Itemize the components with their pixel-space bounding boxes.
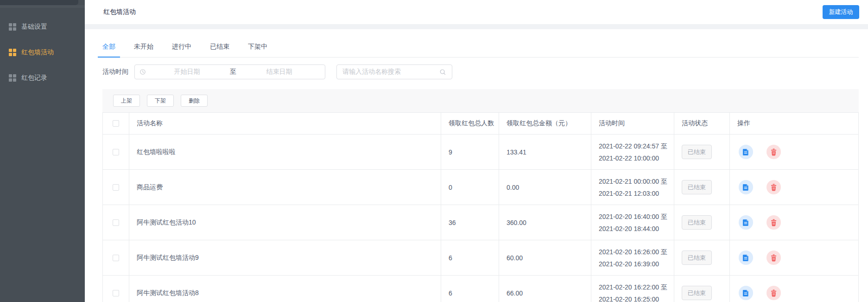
end-date-input[interactable]: 结束日期 bbox=[238, 68, 320, 76]
total-amount: 360.00 bbox=[499, 205, 591, 240]
search-input[interactable]: 请输入活动名称搜索 bbox=[336, 64, 452, 79]
delete-row-button[interactable] bbox=[767, 286, 781, 300]
total-people: 36 bbox=[441, 205, 499, 240]
header-activity-time: 活动时间 bbox=[591, 113, 674, 134]
status-badge: 已结束 bbox=[682, 215, 712, 230]
delete-row-button[interactable] bbox=[767, 251, 781, 265]
start-date-input[interactable]: 开始日期 bbox=[146, 68, 228, 76]
status-cell: 已结束 bbox=[674, 205, 730, 240]
delete-row-button[interactable] bbox=[767, 145, 781, 159]
tab-not-started[interactable]: 未开始 bbox=[134, 43, 153, 57]
search-icon[interactable] bbox=[439, 69, 446, 76]
activity-time: 2021-02-20 16:26:00 至 2021-02-20 16:39:0… bbox=[591, 240, 674, 275]
activity-name: 商品运费 bbox=[129, 170, 441, 205]
delete-row-button[interactable] bbox=[767, 215, 781, 230]
search-placeholder: 请输入活动名称搜索 bbox=[342, 68, 439, 76]
activity-time: 2021-02-21 00:00:00 至 2021-02-21 12:03:0… bbox=[591, 170, 674, 205]
status-cell: 已结束 bbox=[674, 276, 730, 302]
document-icon bbox=[742, 254, 749, 262]
document-icon bbox=[742, 289, 749, 297]
total-amount: 0.00 bbox=[499, 170, 591, 205]
view-detail-button[interactable] bbox=[739, 286, 753, 300]
select-all-checkbox[interactable] bbox=[113, 120, 119, 127]
on-shelf-button[interactable]: 上架 bbox=[113, 95, 140, 107]
activity-name: 阿牛测试红包墙活动9 bbox=[129, 240, 441, 275]
total-people: 6 bbox=[441, 276, 499, 302]
table-row: 红包墙啦啦啦 9 133.41 2021-02-22 09:24:57 至 20… bbox=[103, 135, 858, 170]
sidebar-item-basic-settings[interactable]: 基础设置 bbox=[0, 18, 85, 36]
view-detail-button[interactable] bbox=[739, 215, 753, 230]
row-checkbox-cell bbox=[103, 240, 129, 275]
delete-button[interactable]: 删除 bbox=[181, 95, 208, 107]
time-start: 2021-02-22 09:24:57 至 bbox=[599, 140, 667, 152]
grid-icon bbox=[9, 23, 16, 31]
status-badge: 已结束 bbox=[682, 180, 712, 194]
row-checkbox[interactable] bbox=[113, 255, 119, 261]
off-shelf-button[interactable]: 下架 bbox=[147, 95, 174, 107]
time-end: 2021-02-21 12:03:00 bbox=[599, 187, 659, 199]
row-checkbox-cell bbox=[103, 135, 129, 169]
trash-icon bbox=[770, 184, 777, 191]
sidebar-item-redpacket-wall[interactable]: 红包墙活动 bbox=[0, 43, 85, 62]
time-end: 2021-02-20 16:25:00 bbox=[599, 293, 659, 302]
header-operations: 操作 bbox=[730, 113, 858, 134]
trash-icon bbox=[770, 289, 777, 297]
view-detail-button[interactable] bbox=[739, 145, 753, 159]
table-row: 阿牛测试红包墙活动8 6 66.00 2021-02-20 16:22:00 至… bbox=[103, 276, 858, 302]
total-amount: 60.00 bbox=[499, 240, 591, 275]
bulk-action-bar: 上架 下架 删除 bbox=[102, 89, 859, 112]
status-cell: 已结束 bbox=[674, 135, 730, 169]
time-end: 2021-02-20 18:44:00 bbox=[599, 223, 659, 235]
tab-ended[interactable]: 已结束 bbox=[210, 43, 229, 57]
activity-time: 2021-02-22 09:24:57 至 2021-02-22 10:00:0… bbox=[591, 135, 674, 169]
view-detail-button[interactable] bbox=[739, 180, 753, 194]
row-checkbox[interactable] bbox=[113, 290, 119, 296]
view-detail-button[interactable] bbox=[739, 251, 753, 265]
trash-icon bbox=[770, 254, 777, 262]
total-people: 9 bbox=[441, 135, 499, 169]
status-cell: 已结束 bbox=[674, 170, 730, 205]
table-row: 阿牛测试红包墙活动9 6 60.00 2021-02-20 16:26:00 至… bbox=[103, 240, 858, 276]
time-start: 2021-02-20 16:26:00 至 bbox=[599, 246, 667, 258]
page-title: 红包墙活动 bbox=[103, 8, 136, 16]
sidebar-item-redpacket-records[interactable]: 红包记录 bbox=[0, 69, 85, 87]
operations-cell bbox=[730, 240, 858, 275]
activity-name: 红包墙啦啦啦 bbox=[129, 135, 441, 169]
row-checkbox-cell bbox=[103, 205, 129, 240]
operations-cell bbox=[730, 135, 858, 169]
tab-all[interactable]: 全部 bbox=[102, 43, 115, 57]
status-cell: 已结束 bbox=[674, 240, 730, 275]
header-total-people: 领取红包总人数 bbox=[441, 113, 499, 134]
document-icon bbox=[742, 148, 749, 156]
operations-cell bbox=[730, 205, 858, 240]
header-gap bbox=[85, 24, 868, 29]
new-activity-button[interactable]: 新建活动 bbox=[823, 5, 859, 19]
tab-in-progress[interactable]: 进行中 bbox=[172, 43, 191, 57]
table-row: 商品运费 0 0.00 2021-02-21 00:00:00 至 2021-0… bbox=[103, 170, 858, 205]
header-activity-name: 活动名称 bbox=[129, 113, 441, 134]
status-badge: 已结束 bbox=[682, 251, 712, 265]
activity-time: 2021-02-20 16:40:00 至 2021-02-20 18:44:0… bbox=[591, 205, 674, 240]
activity-time: 2021-02-20 16:22:00 至 2021-02-20 16:25:0… bbox=[591, 276, 674, 302]
trash-icon bbox=[770, 148, 777, 156]
header-activity-status: 活动状态 bbox=[674, 113, 730, 134]
time-end: 2021-02-22 10:00:00 bbox=[599, 152, 659, 164]
document-icon bbox=[742, 219, 749, 226]
delete-row-button[interactable] bbox=[767, 180, 781, 194]
table-header-row: 活动名称 领取红包总人数 领取红包总金额（元） 活动时间 活动状态 操作 bbox=[103, 113, 858, 135]
content-panel: 全部 未开始 进行中 已结束 下架中 活动时间 开始日期 至 结束日期 bbox=[85, 29, 868, 302]
tab-off-shelf[interactable]: 下架中 bbox=[248, 43, 267, 57]
sidebar-nav: 基础设置 红包墙活动 红包记录 bbox=[0, 8, 85, 87]
date-range-picker[interactable]: 开始日期 至 结束日期 bbox=[134, 64, 325, 79]
activity-time-label: 活动时间 bbox=[102, 68, 128, 76]
total-amount: 66.00 bbox=[499, 276, 591, 302]
row-checkbox[interactable] bbox=[113, 184, 119, 191]
sidebar-top-block bbox=[0, 0, 78, 5]
row-checkbox[interactable] bbox=[113, 149, 119, 155]
row-checkbox[interactable] bbox=[113, 219, 119, 226]
row-checkbox-cell bbox=[103, 170, 129, 205]
activities-table: 活动名称 领取红包总人数 领取红包总金额（元） 活动时间 活动状态 操作 红包墙… bbox=[102, 112, 859, 302]
status-badge: 已结束 bbox=[682, 286, 712, 300]
status-tabs: 全部 未开始 进行中 已结束 下架中 bbox=[102, 43, 859, 58]
status-badge: 已结束 bbox=[682, 145, 712, 159]
